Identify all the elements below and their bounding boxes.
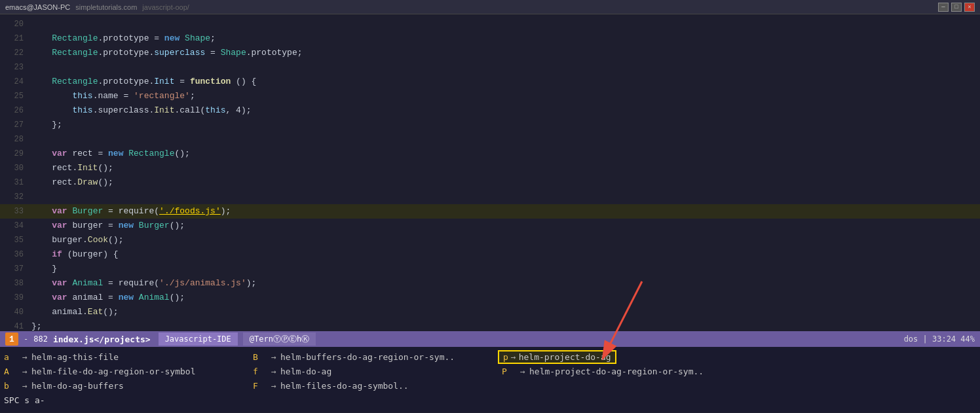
- status-tern: @TernⓎⓅⒺhⓀ: [243, 332, 316, 346]
- code-line-32: 32: [0, 190, 980, 204]
- code-line-35: 35 burger.Cook();: [0, 233, 980, 247]
- line-number: 27: [0, 118, 31, 132]
- code-line-26: 26 this.superclass.Init.call(this, 4);: [0, 103, 980, 118]
- line-number: 22: [0, 46, 31, 60]
- code-line-27: 27 };: [0, 118, 980, 132]
- line-number: 38: [0, 276, 31, 291]
- line-number: 30: [0, 161, 31, 175]
- title-bar-controls: ─ □ ✕: [938, 3, 975, 12]
- code-line-23: 23: [0, 60, 980, 75]
- cmd-key: b: [0, 381, 18, 391]
- code-line-39: 39 var animal = new Animal();: [0, 291, 980, 305]
- line-content: Rectangle.prototype.superclass = Shape.p…: [31, 46, 980, 60]
- cmd-key: a: [0, 352, 18, 362]
- title-bar-path: javascript-oop/: [142, 3, 189, 11]
- code-line-34: 34 var burger = new Burger();: [0, 219, 980, 233]
- line-number: 41: [0, 319, 31, 331]
- cmd-col-col1: a→helm-ag-this-fileA→helm-file-do-ag-reg…: [0, 350, 249, 393]
- cmd-row[interactable]: B→helm-buffers-do-ag-region-or-sym..: [249, 350, 498, 364]
- cmd-key: P: [498, 367, 516, 376]
- maximize-button[interactable]: □: [951, 3, 962, 12]
- cmd-label: helm-buffers-do-ag-region-or-sym..: [280, 352, 498, 362]
- line-content: };: [31, 118, 980, 132]
- warning-badge: 1: [5, 332, 18, 346]
- line-content: var Animal = require('./js/animals.js');: [31, 276, 980, 291]
- cmd-label: helm-ag-this-file: [31, 352, 249, 362]
- code-line-28: 28: [0, 132, 980, 147]
- main-container: emacs@JASON-PC simpletutorials.com javas…: [0, 0, 980, 412]
- cmd-label: helm-do-ag-buffers: [31, 381, 249, 391]
- cmd-row[interactable]: A→helm-file-do-ag-region-or-symbol: [0, 364, 249, 378]
- line-number: 21: [0, 31, 31, 46]
- cmd-label: helm-project-do-ag: [519, 352, 611, 362]
- line-content: this.superclass.Init.call(this, 4);: [31, 103, 980, 118]
- line-number: 31: [0, 175, 31, 190]
- cmd-arrow: →: [267, 381, 280, 391]
- cmd-label: helm-file-do-ag-region-or-symbol: [31, 367, 249, 376]
- cmd-row[interactable]: b→helm-do-ag-buffers: [0, 378, 249, 393]
- cmd-arrow: →: [511, 352, 516, 362]
- cmd-row[interactable]: p → helm-project-do-ag: [498, 350, 747, 364]
- cmd-columns: a→helm-ag-this-fileA→helm-file-do-ag-reg…: [0, 350, 980, 393]
- cmd-row[interactable]: a→helm-ag-this-file: [0, 350, 249, 364]
- cmd-label: helm-files-do-ag-symbol..: [280, 381, 498, 391]
- code-line-22: 22 Rectangle.prototype.superclass = Shap…: [0, 46, 980, 60]
- code-line-40: 40 animal.Eat();: [0, 305, 980, 319]
- code-line-21: 21 Rectangle.prototype = new Shape;: [0, 31, 980, 46]
- code-line-36: 36 if (burger) {: [0, 247, 980, 262]
- cmd-key: B: [249, 352, 267, 362]
- line-content: };: [31, 319, 980, 331]
- line-content: var burger = new Burger();: [31, 219, 980, 233]
- cmd-col-col3: p → helm-project-do-ag P→helm-project-do…: [498, 350, 747, 393]
- line-number: 24: [0, 75, 31, 89]
- close-button[interactable]: ✕: [964, 3, 975, 12]
- code-area: 2021 Rectangle.prototype = new Shape;22 …: [0, 14, 980, 331]
- line-number: 33: [0, 204, 31, 219]
- code-line-30: 30 rect.Init();: [0, 161, 980, 175]
- line-number: 29: [0, 147, 31, 161]
- bottom-input-text: SPC s a-: [4, 395, 45, 405]
- line-number: 35: [0, 233, 31, 247]
- line-content: var animal = new Animal();: [31, 291, 980, 305]
- code-line-29: 29 var rect = new Rectangle();: [0, 147, 980, 161]
- code-line-37: 37 }: [0, 262, 980, 276]
- cmd-arrow: →: [516, 367, 529, 376]
- cmd-label: helm-do-ag: [280, 367, 498, 376]
- cmd-key: p: [503, 352, 508, 362]
- cmd-arrow: →: [18, 381, 31, 391]
- code-line-33: 33 var Burger = require('./foods.js');: [0, 204, 980, 219]
- minimize-button[interactable]: ─: [938, 3, 949, 12]
- line-content: burger.Cook();: [31, 233, 980, 247]
- line-content: var rect = new Rectangle();: [31, 147, 980, 161]
- cmd-key: A: [0, 367, 18, 376]
- cmd-row[interactable]: P→helm-project-do-ag-region-or-sym..: [498, 364, 747, 378]
- line-content: Rectangle.prototype = new Shape;: [31, 31, 980, 46]
- cmd-row[interactable]: f→helm-do-ag: [249, 364, 498, 378]
- line-number: 40: [0, 305, 31, 319]
- line-number: 39: [0, 291, 31, 305]
- line-number: 36: [0, 247, 31, 262]
- line-content: }: [31, 262, 980, 276]
- code-line-38: 38 var Animal = require('./js/animals.js…: [0, 276, 980, 291]
- cmd-key: f: [249, 367, 267, 376]
- status-dash: -: [24, 334, 28, 344]
- line-number: 37: [0, 262, 31, 276]
- line-content: animal.Eat();: [31, 305, 980, 319]
- cmd-key: F: [249, 381, 267, 391]
- title-bar-subtitle: simpletutorials.com: [75, 3, 137, 11]
- line-number: 23: [0, 60, 31, 75]
- status-filename: index.js</projects>: [53, 334, 151, 344]
- line-content: Rectangle.prototype.Init = function () {: [31, 75, 980, 89]
- line-content: this.name = 'rectangle';: [31, 89, 980, 103]
- line-number: 26: [0, 103, 31, 118]
- line-content: if (burger) {: [31, 247, 980, 262]
- status-right: dos | 33:24 44%: [904, 334, 975, 344]
- cmd-label: helm-project-do-ag-region-or-sym..: [529, 367, 747, 376]
- code-line-25: 25 this.name = 'rectangle';: [0, 89, 980, 103]
- cmd-col-col2: B→helm-buffers-do-ag-region-or-sym..f→he…: [249, 350, 498, 393]
- cmd-row[interactable]: F→helm-files-do-ag-symbol..: [249, 378, 498, 393]
- line-number: 32: [0, 190, 31, 204]
- line-content: var Burger = require('./foods.js');: [31, 204, 980, 219]
- status-mode: Javascript-IDE: [159, 332, 238, 346]
- title-bar-text: emacs@JASON-PC: [5, 3, 70, 11]
